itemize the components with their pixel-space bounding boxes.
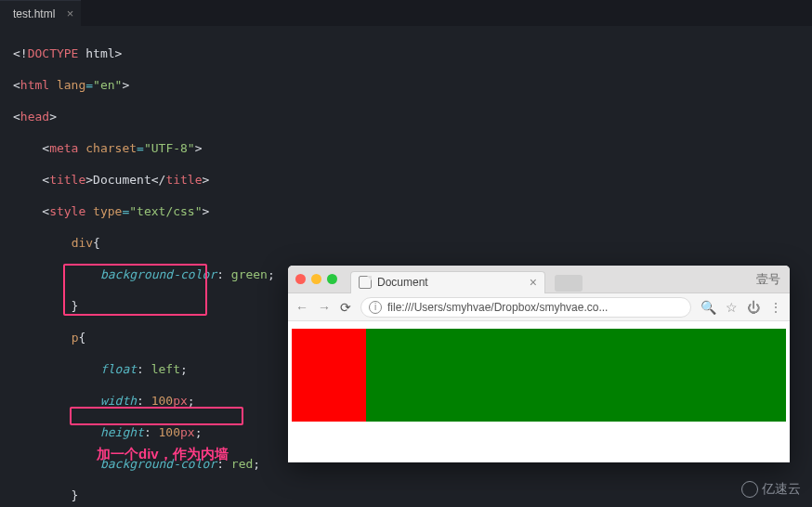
menu-icon[interactable]: ⋮ xyxy=(769,300,782,315)
back-icon[interactable]: ← xyxy=(295,300,308,315)
logo-icon xyxy=(741,481,758,498)
code-line: } xyxy=(13,488,803,503)
rendered-p xyxy=(292,329,366,422)
code-line: <style type="text/css"> xyxy=(13,203,803,219)
browser-tabbar: Document × 壹号 xyxy=(288,266,790,293)
url-field[interactable]: i file:///Users/smyhvae/Dropbox/smyhvae.… xyxy=(360,297,691,318)
power-icon[interactable]: ⏻ xyxy=(747,300,760,315)
rendered-div xyxy=(292,329,786,422)
code-line: <head> xyxy=(13,109,803,124)
browser-tab[interactable]: Document × xyxy=(350,271,545,293)
maximize-icon[interactable] xyxy=(327,274,337,284)
search-icon[interactable]: 🔍 xyxy=(701,300,716,315)
tab-close-icon[interactable]: × xyxy=(67,6,74,20)
tab-filename: test.html xyxy=(13,7,55,20)
code-line: <!DOCTYPE html> xyxy=(13,46,803,61)
document-icon xyxy=(359,276,372,289)
code-line: <title>Document</title> xyxy=(13,172,803,188)
window-controls xyxy=(295,274,337,284)
code-line: div{ xyxy=(13,235,803,251)
annotation-text: 加一个div，作为内墙 xyxy=(97,446,229,463)
url-bar: ← → ⟳ i file:///Users/smyhvae/Dropbox/sm… xyxy=(288,293,790,321)
star-icon[interactable]: ☆ xyxy=(726,300,738,315)
forward-icon[interactable]: → xyxy=(318,300,331,315)
browser-tab-title: Document xyxy=(377,276,428,289)
url-text: file:///Users/smyhvae/Dropbox/smyhvae.co… xyxy=(387,301,608,314)
code-line: <meta charset="UTF-8"> xyxy=(13,140,803,156)
watermark-text: 亿速云 xyxy=(762,481,801,498)
reload-icon[interactable]: ⟳ xyxy=(340,300,351,315)
tab-close-icon[interactable]: × xyxy=(530,275,537,290)
account-label[interactable]: 壹号 xyxy=(756,271,780,288)
minimize-icon[interactable] xyxy=(311,274,321,284)
close-icon[interactable] xyxy=(295,274,306,284)
info-icon[interactable]: i xyxy=(369,301,382,314)
browser-viewport xyxy=(288,321,790,462)
browser-window: Document × 壹号 ← → ⟳ i file:///Users/smyh… xyxy=(288,266,790,462)
code-line: <html lang="en"> xyxy=(13,77,803,93)
new-tab-button[interactable] xyxy=(555,275,583,292)
watermark: 亿速云 xyxy=(741,481,801,498)
editor-tab[interactable]: test.html × xyxy=(0,0,81,26)
editor-tabbar: test.html × xyxy=(0,0,812,26)
